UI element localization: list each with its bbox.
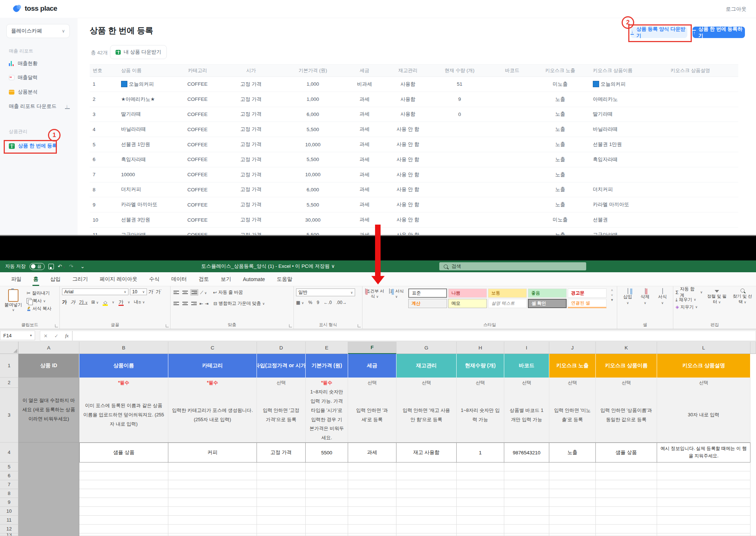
cell-D1[interactable]: 타입(고정가격 or 시가) xyxy=(257,354,306,378)
cell-K11[interactable] xyxy=(596,516,657,525)
column-header-I[interactable]: I xyxy=(504,342,549,354)
cell-E8[interactable] xyxy=(306,489,348,498)
cell-I12[interactable] xyxy=(504,525,549,533)
cell-L3[interactable]: 30자 내로 입력 xyxy=(657,388,750,443)
cancel-icon[interactable]: ✕ xyxy=(44,333,48,339)
cell-J8[interactable] xyxy=(549,489,596,498)
cell-E4[interactable]: 5500 xyxy=(306,443,348,462)
cell-D13[interactable] xyxy=(257,533,306,536)
cell-I9[interactable] xyxy=(504,498,549,507)
find-select-button[interactable]: 찾기 및 선택 ∨ xyxy=(731,289,754,321)
cell-D9[interactable] xyxy=(257,498,306,507)
align-center-icon[interactable] xyxy=(182,301,189,306)
cell-D3[interactable]: 입력 안하면 '고정 가격'으로 등록 xyxy=(257,388,306,443)
cell-H7[interactable] xyxy=(457,480,504,489)
cell-H6[interactable] xyxy=(457,471,504,480)
table-row[interactable]: 3딸기라떼COFFEE고정 가격6,000과세사용함0노출딸기라떼 xyxy=(90,107,738,122)
cell-L13[interactable] xyxy=(657,533,750,536)
increase-decimal-icon[interactable]: ←.0 xyxy=(324,300,332,305)
cell-F8[interactable] xyxy=(348,489,396,498)
phonetic-button[interactable]: 내천 ∨ xyxy=(134,299,145,305)
cell-B11[interactable] xyxy=(79,516,168,525)
cell-H1[interactable]: 현재수량 (개) xyxy=(457,354,504,378)
dialog-launcher-icon[interactable] xyxy=(55,324,58,327)
cell-E7[interactable] xyxy=(306,480,348,489)
cell-J12[interactable] xyxy=(549,525,596,533)
table-row[interactable]: 5선불권 1만원COFFEE고정 가격10,000과세사용 안 함노출선불권 1… xyxy=(90,137,738,152)
cell-G11[interactable] xyxy=(396,516,457,525)
ribbon-tab-페이지 레이아웃[interactable]: 페이지 레이아웃 xyxy=(94,272,143,286)
cell-G13[interactable] xyxy=(396,533,457,536)
column-header-C[interactable]: C xyxy=(168,342,257,354)
cut-button[interactable]: ✂잘라내기 xyxy=(27,289,51,297)
cell-H12[interactable] xyxy=(457,525,504,533)
ribbon-tab-삽입[interactable]: 삽입 xyxy=(44,272,66,286)
accounting-format-icon[interactable]: ▦ ∨ xyxy=(296,300,304,305)
cell-E1[interactable]: 기본가격 (원) xyxy=(306,354,348,378)
cell-B2[interactable]: *필수 xyxy=(79,378,168,388)
cell-J11[interactable] xyxy=(549,516,596,525)
column-header-B[interactable]: B xyxy=(79,342,168,354)
dialog-launcher-icon[interactable] xyxy=(289,324,292,327)
insert-function-icon[interactable]: fx xyxy=(65,333,68,339)
cell-I3[interactable]: 상품별 바코드 1개만 입력 가능 xyxy=(504,388,549,443)
store-selector[interactable]: 플레이스카페 ∨ xyxy=(6,24,70,38)
cell-B9[interactable] xyxy=(79,498,168,507)
cell-F7[interactable] xyxy=(348,480,396,489)
cell-H3[interactable]: 1~8자리 숫자만 입력 가능 xyxy=(457,388,504,443)
decrease-indent-icon[interactable]: ⇤ xyxy=(199,301,203,306)
align-left-icon[interactable] xyxy=(173,301,180,306)
row-header-2[interactable]: 2 xyxy=(0,378,18,388)
cell-D10[interactable] xyxy=(257,507,306,516)
cell-L2[interactable]: 선택 xyxy=(657,378,750,388)
cell-J13[interactable] xyxy=(549,533,596,536)
cell-F3[interactable]: 입력 안하면 '과세'로 등록 xyxy=(348,388,396,443)
cell-G12[interactable] xyxy=(396,525,457,533)
cell-H8[interactable] xyxy=(457,489,504,498)
cell-E11[interactable] xyxy=(306,516,348,525)
redo-icon[interactable]: ↷ ∨ xyxy=(69,263,77,269)
comma-style-icon[interactable]: 9 xyxy=(317,300,319,305)
cell-I8[interactable] xyxy=(504,489,549,498)
gallery-expand-icon[interactable]: ▼ xyxy=(611,298,614,302)
dialog-launcher-icon[interactable] xyxy=(358,324,361,327)
percent-style-icon[interactable]: % xyxy=(308,300,312,305)
ribbon-tab-수식[interactable]: 수식 xyxy=(143,272,165,286)
sidebar-item-report-download[interactable]: 매출 리포트 다운로드 xyxy=(9,103,70,110)
row-header-13[interactable]: 13 xyxy=(0,533,18,536)
cell-D4[interactable]: 고정 가격 xyxy=(257,443,306,462)
search-box[interactable]: 검색 xyxy=(439,262,586,270)
format-cells-button[interactable]: 서식∨ xyxy=(654,289,671,321)
autosum-button[interactable]: Σ자동 합계∨ xyxy=(676,289,702,296)
ribbon-tab-파일[interactable]: 파일 xyxy=(5,272,27,286)
cell-E6[interactable] xyxy=(306,471,348,480)
cell-L11[interactable] xyxy=(657,516,750,525)
cell-L10[interactable] xyxy=(657,507,750,516)
cell-G6[interactable] xyxy=(396,471,457,480)
clear-button[interactable]: ◈지우기∨ xyxy=(676,303,702,311)
align-bottom-icon[interactable] xyxy=(190,289,198,296)
cell-D12[interactable] xyxy=(257,525,306,533)
cell-E12[interactable] xyxy=(306,525,348,533)
gallery-scroll-up-icon[interactable]: ˄ xyxy=(611,289,613,292)
cell-B1[interactable]: 상품이름 xyxy=(79,354,168,378)
row-header-9[interactable]: 9 xyxy=(0,498,18,507)
cell-I10[interactable] xyxy=(504,507,549,516)
cell-style-neutral[interactable]: 보통 xyxy=(488,289,527,298)
cell-M-sliver[interactable] xyxy=(750,354,756,536)
conditional-formatting-button[interactable]: 조건부 서식 ∨ xyxy=(365,289,385,308)
row-header-1[interactable]: 1 xyxy=(0,354,18,378)
cell-L7[interactable] xyxy=(657,480,750,489)
cell-L6[interactable] xyxy=(657,471,750,480)
paste-button[interactable]: 붙여넣기 ∨ xyxy=(3,289,24,312)
font-size-select[interactable]: 10∨ xyxy=(130,289,147,295)
column-header-E[interactable]: E xyxy=(306,342,348,354)
cell-C12[interactable] xyxy=(168,525,257,533)
cell-D8[interactable] xyxy=(257,489,306,498)
cell-L1[interactable]: 키오스크 상품설명 xyxy=(657,354,750,378)
autosave-toggle[interactable]: 끔 xyxy=(30,263,45,270)
ribbon-tab-데이터[interactable]: 데이터 xyxy=(165,272,193,286)
column-header-D[interactable]: D xyxy=(257,342,306,354)
cell-J6[interactable] xyxy=(549,471,596,480)
cell-E10[interactable] xyxy=(306,507,348,516)
